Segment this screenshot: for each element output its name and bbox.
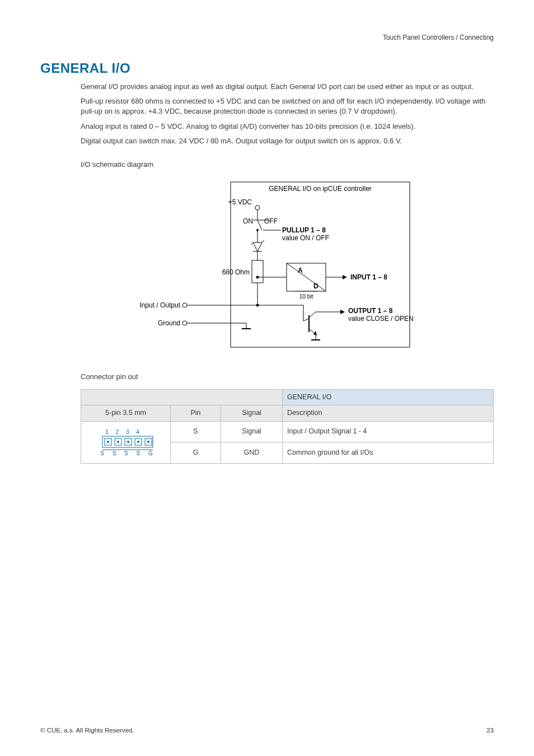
diagram-io-label: Input / Output	[139, 301, 180, 309]
svg-marker-31	[340, 310, 345, 314]
paragraph-2: Pull-up resistor 680 ohms is connected t…	[81, 96, 494, 116]
diagram-pullup-label: PULLUP 1 – 8	[282, 226, 326, 234]
schematic-heading: I/O schematic diagram	[81, 160, 494, 170]
svg-point-1	[255, 206, 260, 210]
diagram-gnd-label: Ground	[158, 319, 180, 327]
diagram-output-value: value CLOSE / OPEN	[348, 315, 414, 323]
svg-point-44	[117, 441, 119, 442]
table-row: G	[171, 442, 221, 464]
diagram-output-label: OUTPUT 1 – 8	[348, 307, 393, 315]
page-footer: © CUE, a.s. All Rights Reserved. 23	[40, 727, 494, 734]
svg-point-48	[137, 441, 139, 442]
diagram-d-label: D	[313, 282, 318, 290]
svg-rect-13	[252, 260, 263, 283]
table-header-main: GENERAL I/O	[283, 389, 494, 405]
svg-line-26	[303, 319, 309, 321]
table-header-blank	[81, 389, 171, 405]
schematic-diagram: GENERAL I/O on ipCUE controller +5 VDC O…	[40, 176, 494, 358]
diagram-pullup-value: value ON / OFF	[282, 234, 329, 242]
header-path: Touch Panel Controllers / Connecting	[383, 34, 494, 41]
connector-diagram-cell: 1 2 3 4 S S S S G	[81, 421, 171, 463]
pinout-table: GENERAL I/O 5-pin 3.5 mm Pin Signal Desc…	[81, 389, 494, 464]
svg-line-12	[251, 242, 253, 245]
connector-bottom-labels: S S S S G	[100, 450, 156, 456]
main-content: General I/O provides analog input as wel…	[81, 82, 494, 464]
svg-line-4	[257, 220, 262, 230]
table-col-signal: Signal	[221, 405, 283, 422]
diagram-input-label: INPUT 1 – 8	[350, 273, 387, 281]
section-title: GENERAL I/O	[40, 60, 494, 76]
svg-point-19	[256, 276, 259, 279]
diagram-title: GENERAL I/O on ipCUE controller	[269, 185, 372, 193]
table-row: Input / Output Signal 1 - 4	[283, 421, 494, 442]
paragraph-3: Analog input is rated 0 – 5 VDC. Analog …	[81, 122, 494, 132]
svg-marker-22	[343, 275, 347, 279]
paragraph-1: General I/O provides analog input as wel…	[81, 82, 494, 92]
diagram-5v-label: +5 VDC	[228, 198, 252, 206]
svg-point-34	[182, 303, 187, 307]
diagram-off-label: OFF	[264, 217, 278, 225]
svg-line-17	[287, 263, 326, 291]
table-col-pin: Pin	[171, 405, 221, 422]
svg-line-11	[262, 240, 264, 242]
table-row: Common ground for all I/Os	[283, 442, 494, 464]
diagram-resistor-label: 680 Ohm	[222, 268, 250, 276]
svg-marker-8	[253, 242, 262, 251]
diagram-a-label: A	[298, 267, 303, 274]
svg-point-36	[182, 321, 187, 325]
footer-copyright: © CUE, a.s. All Rights Reserved.	[40, 727, 134, 734]
svg-point-50	[147, 441, 149, 442]
svg-point-42	[107, 441, 109, 442]
diagram-bits-label: 10 bit	[299, 293, 313, 300]
svg-point-46	[127, 441, 129, 442]
table-col-connector: 5-pin 3.5 mm	[81, 405, 171, 422]
table-row: Signal	[221, 421, 283, 442]
table-row: GND	[221, 442, 283, 464]
pinout-heading: Connector pin out	[81, 372, 494, 382]
paragraph-4: Digital output can switch max. 24 VDC / …	[81, 136, 494, 146]
diagram-on-label: ON	[243, 217, 253, 225]
footer-page-number: 23	[486, 727, 494, 734]
svg-line-29	[309, 312, 316, 318]
connector-top-labels: 1 2 3 4	[105, 429, 142, 435]
table-col-description: Description	[283, 405, 494, 422]
table-row: S	[171, 421, 221, 442]
